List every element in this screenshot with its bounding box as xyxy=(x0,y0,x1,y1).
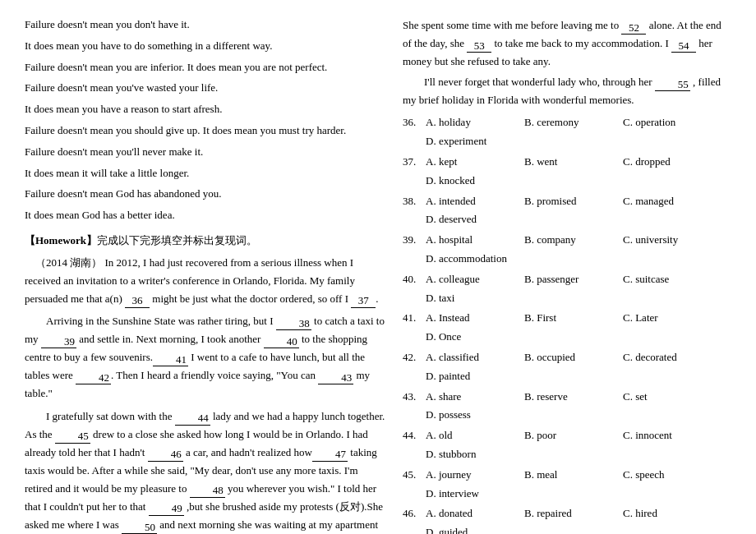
intro-line: She spent some time with me before leavi… xyxy=(403,16,731,71)
mc-options-42: A. classified B. occupied C. decorated D… xyxy=(426,349,731,385)
mc-row-37: 37. A. kept B. went C. dropped D. knocke… xyxy=(403,154,731,190)
mc-opt-37a: A. kept xyxy=(426,154,524,171)
mc-row-45: 45. A. journey B. meal C. speech D. inte… xyxy=(403,467,731,503)
mc-opt-42b: B. occupied xyxy=(524,349,623,366)
mc-opt-40d: D. taxi xyxy=(426,290,524,307)
blank-45: 45 xyxy=(55,430,90,444)
mc-opt-40a: A. colleague xyxy=(426,271,524,288)
mc-opt-46c: C. hired xyxy=(623,505,721,522)
blank-47: 47 xyxy=(312,448,348,462)
blank-46: 46 xyxy=(148,448,183,462)
homework-section: 【Homework】完成以下完形填空并标出复现词。 （2014 湖南） In 2… xyxy=(25,232,386,534)
mc-num-43: 43. xyxy=(403,389,426,425)
blank-48: 48 xyxy=(190,484,225,498)
mc-row-46: 46. A. donated B. repaired C. hired D. g… xyxy=(403,505,731,534)
mc-opt-37c: C. dropped xyxy=(623,154,721,171)
mc-num-38: 38. xyxy=(403,193,426,229)
right-column: She spent some time with me before leavi… xyxy=(403,16,731,534)
mc-opt-46d: D. guided xyxy=(426,524,524,534)
blank-37: 37 xyxy=(351,294,376,308)
mc-num-41: 41. xyxy=(403,310,426,346)
mc-opt-43d: D. possess xyxy=(426,407,524,424)
mc-opt-45a: A. journey xyxy=(426,467,524,484)
mc-options-43: A. share B. reserve C. set D. possess xyxy=(426,389,731,425)
mc-opt-40b: B. passenger xyxy=(524,271,623,288)
para3-text: I gratefully sat down with the xyxy=(46,410,175,422)
para3d-text: a car, and hadn't realized how xyxy=(183,446,312,458)
para1b-text: might be just what the doctor ordered, s… xyxy=(150,292,351,305)
right-para2: I'll never forget that wonderful lady wh… xyxy=(403,73,731,109)
mc-opt-39c: C. university xyxy=(623,232,721,249)
mc-options-44: A. old B. poor C. innocent D. stubborn xyxy=(426,427,731,463)
mc-opt-41d: D. Once xyxy=(426,329,524,346)
mc-row-41: 41. A. Instead B. First C. Later D. Once xyxy=(403,310,731,346)
mc-row-38: 38. A. intended B. promised C. managed D… xyxy=(403,193,731,229)
mc-opt-42a: A. classified xyxy=(426,349,524,366)
mc-options-41: A. Instead B. First C. Later D. Once xyxy=(426,310,731,346)
passage-line-5: It does mean you have a reason to start … xyxy=(25,101,386,118)
blank-40: 40 xyxy=(264,335,299,349)
intro-text: She spent some time with me before leavi… xyxy=(403,19,621,31)
para2-text: Arriving in the Sunshine State was rathe… xyxy=(46,315,276,327)
bracket-label: 【Homework】 xyxy=(25,234,97,246)
blank-36: 36 xyxy=(125,294,150,308)
mc-options-39: A. hospital B. company C. university D. … xyxy=(426,232,731,268)
mc-options-46: A. donated B. repaired C. hired D. guide… xyxy=(426,505,731,534)
blank-49: 49 xyxy=(149,502,184,516)
mc-num-37: 37. xyxy=(403,154,426,190)
mc-opt-39d: D. accommodation xyxy=(426,251,524,268)
mc-opt-40c: C. suitcase xyxy=(623,271,721,288)
passage-line-3: Failure doesn't mean you are inferior. I… xyxy=(25,59,386,76)
mc-num-36: 36. xyxy=(403,114,426,150)
blank-44: 44 xyxy=(175,412,210,426)
blank-54: 54 xyxy=(671,39,696,53)
mc-opt-38d: D. deserved xyxy=(426,211,524,228)
right-para2-text: I'll never forget that wonderful lady wh… xyxy=(424,76,655,88)
mc-opt-45b: B. meal xyxy=(524,467,623,484)
blank-42: 42 xyxy=(76,371,111,385)
blank-55: 55 xyxy=(655,78,690,92)
mc-opt-44d: D. stubborn xyxy=(426,446,524,463)
mc-num-46: 46. xyxy=(403,505,426,534)
mc-num-42: 42. xyxy=(403,349,426,385)
mc-opt-37b: B. went xyxy=(524,154,623,171)
mc-opt-39a: A. hospital xyxy=(426,232,524,249)
mc-num-39: 39. xyxy=(403,232,426,268)
mc-options-45: A. journey B. meal C. speech D. intervie… xyxy=(426,467,731,503)
mc-opt-45d: D. interview xyxy=(426,486,524,503)
mc-opt-46a: A. donated xyxy=(426,505,524,522)
blank-38: 38 xyxy=(276,317,311,331)
homework-title: 【Homework】完成以下完形填空并标出复现词。 xyxy=(25,232,386,250)
passage1: Failure doesn't mean you don't have it. … xyxy=(25,16,386,224)
mc-opt-43a: A. share xyxy=(426,389,524,406)
mc-opt-42d: D. painted xyxy=(426,368,524,385)
mc-opt-44a: A. old xyxy=(426,427,524,444)
mc-opt-38a: A. intended xyxy=(426,193,524,210)
mc-opt-44b: B. poor xyxy=(524,427,623,444)
blank-53: 53 xyxy=(467,39,491,53)
left-column: Failure doesn't mean you don't have it. … xyxy=(25,16,386,534)
blank-52: 52 xyxy=(621,21,646,35)
para2-block: Arriving in the Sunshine State was rathe… xyxy=(25,312,386,403)
mc-opt-45c: C. speech xyxy=(623,467,721,484)
mc-row-44: 44. A. old B. poor C. innocent D. stubbo… xyxy=(403,427,731,463)
mc-opt-42c: C. decorated xyxy=(623,349,721,366)
mc-opt-37d: D. knocked xyxy=(426,173,524,190)
para1c-text: . xyxy=(376,292,378,305)
passage-line-8: It does mean it will take a little longe… xyxy=(25,165,386,182)
mc-opt-41b: B. First xyxy=(524,310,623,327)
mc-row-42: 42. A. classified B. occupied C. decorat… xyxy=(403,349,731,385)
homework-instruction: 完成以下完形填空并标出复现词。 xyxy=(97,234,257,246)
main-container: Failure doesn't mean you don't have it. … xyxy=(25,16,731,534)
intro3-text: to take me back to my accommodation. I xyxy=(491,37,671,49)
passage-line-1: Failure doesn't mean you don't have it. xyxy=(25,16,386,34)
mc-opt-41c: C. Later xyxy=(623,310,721,327)
mc-num-44: 44. xyxy=(403,427,426,463)
blank-41: 41 xyxy=(153,353,188,367)
mc-row-36: 36. A. holiday B. ceremony C. operation … xyxy=(403,114,731,150)
mc-opt-44c: C. innocent xyxy=(623,427,721,444)
blank-43: 43 xyxy=(318,371,353,385)
mc-row-43: 43. A. share B. reserve C. set D. posses… xyxy=(403,389,731,425)
mc-opt-43c: C. set xyxy=(623,389,721,406)
mc-row-40: 40. A. colleague B. passenger C. suitcas… xyxy=(403,271,731,307)
